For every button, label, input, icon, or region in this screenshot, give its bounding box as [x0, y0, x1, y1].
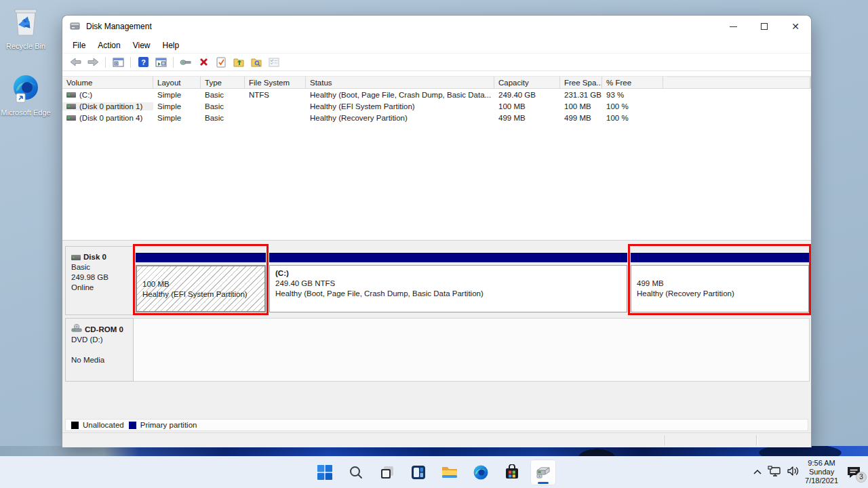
- volume-list-pane: Volume Layout Type File System Status Ca…: [62, 71, 811, 241]
- close-icon: ✕: [791, 22, 800, 31]
- menu-view[interactable]: View: [127, 39, 157, 52]
- col-filler: [667, 77, 810, 89]
- edge-button[interactable]: [468, 460, 494, 485]
- cell-layout: Simple: [153, 102, 201, 110]
- cdrom-info-panel[interactable]: CD-ROM 0 DVD (D:) No Media: [65, 318, 134, 382]
- delete-button[interactable]: [196, 56, 211, 69]
- close-button[interactable]: ✕: [780, 16, 811, 37]
- properties-button[interactable]: [214, 56, 229, 69]
- annotation-rect-efi: [133, 244, 269, 315]
- toolbar-separator: [130, 57, 131, 68]
- tray-chevron-icon[interactable]: [753, 468, 762, 477]
- folder-up-button[interactable]: [231, 56, 246, 69]
- file-explorer-icon: [441, 465, 458, 480]
- partition-c[interactable]: (C:) 249.40 GB NTFS Healthy (Boot, Page …: [269, 253, 627, 312]
- cell-layout: Simple: [153, 114, 201, 122]
- partition-size: 249.40 GB NTFS: [275, 279, 624, 289]
- minimize-icon: [730, 26, 737, 27]
- edge-icon: [473, 464, 489, 481]
- maximize-button[interactable]: [749, 16, 780, 37]
- col-file-system[interactable]: File System: [245, 76, 306, 89]
- menu-action[interactable]: Action: [92, 39, 126, 52]
- cell-type: Basic: [201, 91, 245, 99]
- cell-status: Healthy (Boot, Page File, Crash Dump, Ba…: [306, 91, 494, 99]
- menu-file[interactable]: File: [66, 39, 92, 52]
- windows-logo-icon: [317, 464, 333, 481]
- svg-text:?: ?: [141, 58, 146, 66]
- table-row[interactable]: (C:) Simple Basic NTFS Healthy (Boot, Pa…: [62, 89, 811, 100]
- desktop-icon-microsoft-edge[interactable]: Microsoft Edge: [0, 73, 52, 117]
- annotation-rect-recovery: [628, 244, 811, 315]
- tray-clock[interactable]: 9:56 AM Sunday 7/18/2021: [805, 459, 838, 485]
- cd-rom-icon: [71, 324, 82, 335]
- col-status[interactable]: Status: [306, 76, 494, 89]
- menu-bar: File Action View Help: [62, 37, 811, 54]
- legend-item-unallocated: Unallocated: [71, 421, 124, 429]
- start-button[interactable]: [312, 460, 338, 485]
- partition-name: (C:): [275, 268, 624, 279]
- tool-button[interactable]: [178, 56, 193, 69]
- cell-free: 231.31 GB: [560, 91, 602, 99]
- col-layout[interactable]: Layout: [153, 76, 201, 89]
- notification-badge: 3: [856, 472, 867, 483]
- volume-icon[interactable]: [787, 466, 800, 479]
- col-free-space[interactable]: Free Spa...: [560, 76, 602, 89]
- checklist-button[interactable]: [267, 56, 281, 69]
- desktop-icon-recycle-bin[interactable]: Recycle Bin: [0, 5, 52, 51]
- col-volume[interactable]: Volume: [62, 76, 153, 89]
- maximize-icon: [761, 23, 768, 30]
- table-row[interactable]: (Disk 0 partition 1) Simple Basic Health…: [62, 100, 811, 112]
- forward-button[interactable]: [85, 56, 100, 69]
- help-button[interactable]: ?: [136, 56, 151, 69]
- task-view-button[interactable]: [374, 460, 400, 485]
- disk0-info-panel[interactable]: Disk 0 Basic 249.98 GB Online: [65, 246, 134, 315]
- disk0-name: Disk 0: [83, 252, 106, 262]
- show-console-tree-button[interactable]: [111, 56, 125, 69]
- network-icon[interactable]: [768, 466, 781, 479]
- store-icon: [504, 464, 520, 481]
- volume-icon: [66, 115, 76, 121]
- cell-pct: 93 %: [602, 91, 663, 99]
- file-explorer-button[interactable]: [437, 460, 462, 485]
- volume-icon: [66, 104, 76, 109]
- clock-day: Sunday: [805, 468, 838, 476]
- volume-name: (Disk 0 partition 4): [79, 114, 142, 122]
- search-button[interactable]: [343, 460, 369, 485]
- volume-list-header: Volume Layout Type File System Status Ca…: [62, 76, 811, 89]
- menu-help[interactable]: Help: [157, 39, 186, 52]
- task-view-icon: [379, 464, 395, 481]
- store-button[interactable]: [499, 460, 525, 485]
- cell-fs: NTFS: [245, 91, 306, 99]
- minimize-button[interactable]: [717, 16, 749, 37]
- folder-search-button[interactable]: [249, 56, 264, 69]
- cell-status: Healthy (Recovery Partition): [306, 114, 494, 122]
- col-type[interactable]: Type: [201, 76, 245, 89]
- disk-management-window: Disk Management ✕ File Action View Help …: [62, 15, 812, 447]
- cell-type: Basic: [201, 102, 245, 110]
- partition-color-bar: [269, 253, 627, 262]
- back-button[interactable]: [68, 56, 83, 69]
- title-bar[interactable]: Disk Management ✕: [62, 16, 811, 37]
- recycle-bin-icon: [11, 30, 41, 40]
- disk-management-taskbar-button[interactable]: [530, 460, 556, 485]
- status-divider: [665, 435, 665, 445]
- show-action-pane-button[interactable]: [153, 56, 168, 69]
- col-pct-free[interactable]: % Free: [602, 76, 663, 89]
- widgets-button[interactable]: [406, 460, 431, 485]
- table-row[interactable]: (Disk 0 partition 4) Simple Basic Health…: [62, 112, 811, 123]
- legend-item-primary: Primary partition: [129, 421, 197, 429]
- volume-name: (Disk 0 partition 1): [79, 102, 142, 110]
- desktop-icon-label: Recycle Bin: [0, 42, 52, 51]
- col-capacity[interactable]: Capacity: [494, 76, 560, 89]
- toolbar: ?: [62, 54, 811, 71]
- disk0-type: Basic: [71, 262, 133, 272]
- cell-capacity: 499 MB: [494, 114, 560, 122]
- unallocated-swatch: [71, 422, 79, 429]
- clock-date: 7/18/2021: [805, 476, 838, 485]
- notification-center-button[interactable]: 3: [844, 462, 864, 483]
- status-divider: [756, 435, 757, 445]
- legend-label: Unallocated: [83, 421, 124, 429]
- volume-name: (C:): [79, 91, 92, 99]
- wallpaper-bloom: [0, 446, 868, 456]
- cell-layout: Simple: [153, 91, 201, 99]
